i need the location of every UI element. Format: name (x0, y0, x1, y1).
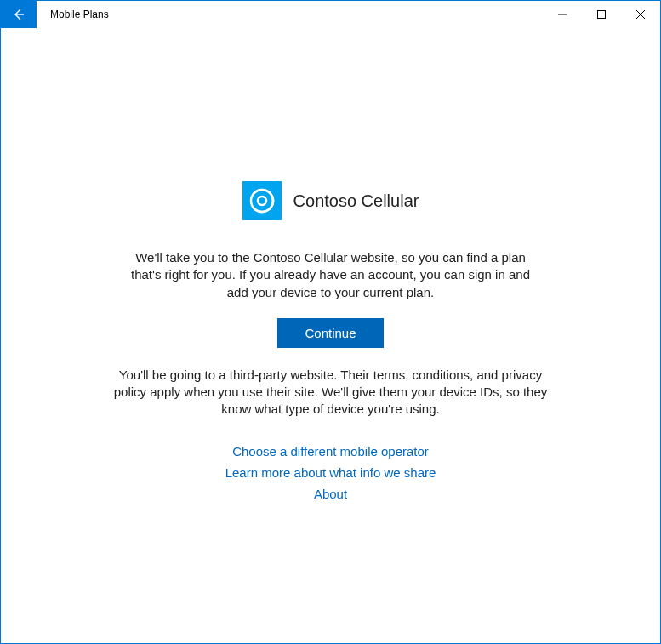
operator-logo-icon (248, 186, 276, 215)
main-content: Contoso Cellular We'll take you to the C… (1, 28, 660, 501)
maximize-button[interactable] (582, 1, 621, 28)
choose-operator-link[interactable]: Choose a different mobile operator (225, 444, 436, 459)
window-controls (543, 1, 660, 28)
svg-point-6 (258, 197, 266, 205)
brand-row: Contoso Cellular (242, 181, 419, 220)
back-arrow-icon (12, 8, 26, 21)
link-stack: Choose a different mobile operator Learn… (225, 444, 436, 501)
description-text: We'll take you to the Contoso Cellular w… (127, 249, 535, 301)
maximize-icon (597, 10, 606, 19)
learn-more-link[interactable]: Learn more about what info we share (225, 465, 436, 480)
close-icon (636, 10, 645, 19)
continue-button[interactable]: Continue (277, 318, 383, 348)
titlebar: Mobile Plans (1, 1, 660, 28)
minimize-icon (558, 10, 567, 19)
app-title: Mobile Plans (50, 9, 543, 20)
brand-logo (242, 181, 282, 220)
disclaimer-text: You'll be going to a third-party website… (114, 367, 548, 419)
svg-rect-2 (598, 11, 606, 19)
about-link[interactable]: About (225, 487, 436, 501)
operator-name: Contoso Cellular (293, 191, 419, 211)
minimize-button[interactable] (543, 1, 582, 28)
back-button[interactable] (1, 1, 37, 28)
close-button[interactable] (621, 1, 660, 28)
